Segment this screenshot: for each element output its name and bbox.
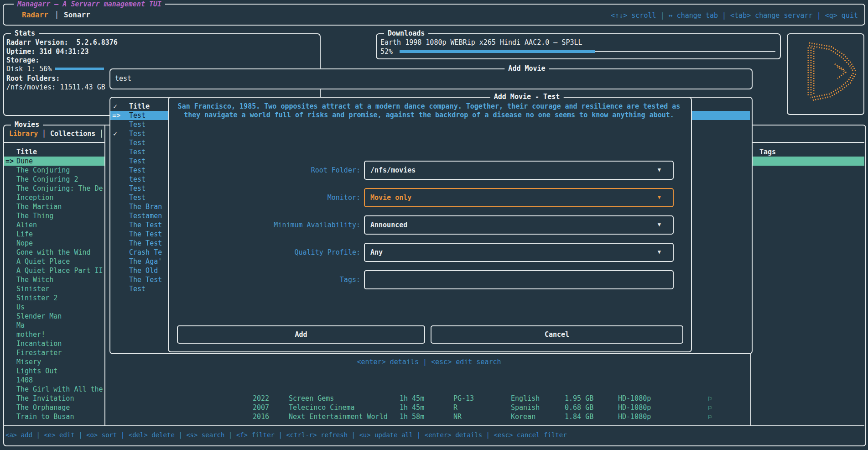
movie-studio-cell: Next Entertainment World <box>289 413 388 421</box>
movie-runtime-cell: 1h 45m <box>400 394 424 403</box>
movie-row[interactable]: Us <box>16 303 103 311</box>
movie-row[interactable]: The Conjuring 2 <box>16 175 103 183</box>
monitor-value: Movie only <box>370 194 411 202</box>
movies-title: Movies <box>11 120 43 129</box>
movie-row[interactable]: Alien <box>16 221 103 229</box>
movie-language-cell: Korean <box>511 413 535 421</box>
popup-description-line2: they navigate a world full of risks and … <box>168 111 690 119</box>
library-title-header: Title <box>16 148 37 156</box>
search-result-row[interactable]: Testamen <box>129 212 166 220</box>
movie-row[interactable]: The Invitation <box>16 394 103 403</box>
add-movie-search-box[interactable] <box>109 68 753 89</box>
movie-row[interactable]: Ma <box>16 321 103 330</box>
search-result-row[interactable]: The Bran <box>129 203 166 211</box>
add-button[interactable]: Add <box>177 325 425 344</box>
stats-rootfolders-label: Root Folders: <box>6 74 60 83</box>
tab-library[interactable]: Library <box>9 130 38 138</box>
search-result-row[interactable]: The Test <box>129 239 166 247</box>
movie-row[interactable]: A Quiet Place <box>16 257 103 266</box>
selected-result-marker: => <box>112 111 120 120</box>
movie-row[interactable]: mother! <box>16 330 103 339</box>
movie-year-cell: 2022 <box>253 394 269 403</box>
monitored-flag-icon: ⚐ <box>708 403 712 412</box>
quality-profile-select[interactable]: Any ▼ <box>364 243 674 262</box>
movie-row[interactable]: The Thing <box>16 212 103 220</box>
sidebar-right-border <box>104 126 105 425</box>
search-result-row[interactable]: The Aga' <box>129 257 166 266</box>
tags-input[interactable] <box>364 270 674 289</box>
search-result-row[interactable]: The Old <box>129 267 166 275</box>
add-movie-search-input[interactable]: test <box>115 74 131 83</box>
movie-row[interactable]: Misery <box>16 358 103 366</box>
movies-tab-separator-2: │ <box>99 130 104 138</box>
library-keybar: <a> add | <e> edit | <o> sort | <del> de… <box>5 431 567 439</box>
movie-row[interactable]: Train to Busan <box>16 413 103 421</box>
search-result-row[interactable]: Test <box>129 130 166 138</box>
movie-row[interactable]: The Orphanage <box>16 403 103 412</box>
quality-profile-value: Any <box>370 248 383 256</box>
results-title-header: Title <box>129 102 150 110</box>
radarr-logo-icon <box>794 37 858 110</box>
chevron-down-icon: ▼ <box>658 249 661 255</box>
checked-icon: ✓ <box>113 130 117 138</box>
stats-version: Radarr Version: 5.2.6.8376 <box>6 38 118 47</box>
movie-row[interactable]: The Witch <box>16 276 103 284</box>
tags-label: Tags: <box>168 276 360 284</box>
search-result-row[interactable]: test <box>129 175 166 183</box>
search-result-row[interactable]: The Test <box>129 276 166 284</box>
search-result-row[interactable]: Test <box>129 157 166 165</box>
movie-row[interactable]: The Conjuring <box>16 166 103 174</box>
movie-row[interactable]: Sinister 2 <box>16 294 103 302</box>
global-keybar: <↑↓> scroll | ↔ change tab | <tab> chang… <box>611 11 858 20</box>
search-result-row[interactable]: Test <box>129 139 166 147</box>
search-result-row[interactable]: Test <box>129 166 166 174</box>
stats-rootfolder-value: /nfs/movies: 11511.43 GB <box>6 83 105 91</box>
movie-row[interactable]: The Girl with All the <box>16 385 103 393</box>
movie-language-cell: English <box>511 394 540 403</box>
results-check-header: ✓ <box>113 102 117 110</box>
movie-runtime-cell: 1h 58m <box>400 413 424 421</box>
downloads-title: Downloads <box>384 29 428 37</box>
search-result-row[interactable]: Test <box>129 184 166 193</box>
movie-row[interactable]: Slender Man <box>16 312 103 320</box>
search-result-row[interactable]: Crash Te <box>129 248 166 256</box>
minimum-availability-value: Announced <box>370 221 407 229</box>
monitor-select[interactable]: Movie only ▼ <box>364 188 674 207</box>
cancel-button[interactable]: Cancel <box>431 325 683 344</box>
movie-studio-cell: Telecinco Cinema <box>289 403 355 412</box>
movie-row[interactable]: The Conjuring: The De <box>16 184 103 193</box>
root-folder-select[interactable]: /nfs/movies ▼ <box>364 161 674 180</box>
movie-row[interactable]: Sinister <box>16 285 103 293</box>
download-item: Earth 1998 1080p WEBRip x265 Hindi AAC2.… <box>380 38 582 47</box>
tab-radarr[interactable]: Radarr <box>22 11 48 19</box>
stats-title: Stats <box>11 29 39 37</box>
search-result-row[interactable]: Test <box>129 111 166 120</box>
movie-row[interactable]: Dune <box>16 157 103 165</box>
search-result-row[interactable]: The Test <box>129 221 166 229</box>
movie-row[interactable]: Lights Out <box>16 367 103 375</box>
selected-row-tags-highlight <box>751 157 864 166</box>
search-result-row[interactable]: The Test <box>129 230 166 238</box>
download-percent: 52% <box>380 47 393 56</box>
search-result-row[interactable]: Test <box>129 285 166 293</box>
popup-title: Add Movie - Test <box>490 93 564 101</box>
search-result-row[interactable]: Test <box>129 148 166 156</box>
movie-row[interactable]: Incantation <box>16 340 103 348</box>
movie-row[interactable]: The Martian <box>16 203 103 211</box>
movie-row[interactable]: Life <box>16 230 103 238</box>
monitored-flag-icon: ⚐ <box>708 394 712 403</box>
tags-header: Tags <box>759 148 776 156</box>
movie-row[interactable]: Gone with the Wind <box>16 248 103 256</box>
stats-uptime: Uptime: 31d 04:31:23 <box>6 47 89 56</box>
search-result-row[interactable]: Test <box>129 120 166 129</box>
movie-row[interactable]: Nope <box>16 239 103 247</box>
movie-row[interactable]: Inception <box>16 194 103 202</box>
minimum-availability-select[interactable]: Announced ▼ <box>364 215 674 235</box>
tab-sonarr[interactable]: Sonarr <box>64 11 90 19</box>
search-result-row[interactable]: Test <box>129 194 166 202</box>
movie-row[interactable]: 1408 <box>16 376 103 384</box>
movie-row[interactable]: Firestarter <box>16 349 103 357</box>
movie-row[interactable]: A Quiet Place Part II <box>16 267 103 275</box>
tab-collections[interactable]: Collections <box>50 130 95 138</box>
movie-year-cell: 2016 <box>253 413 269 421</box>
